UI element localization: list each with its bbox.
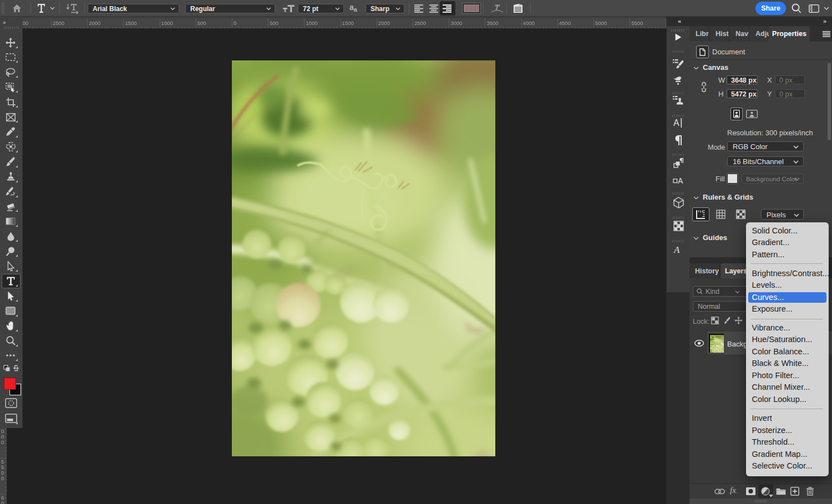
svg-text:A: A xyxy=(673,118,679,128)
svg-text:A: A xyxy=(678,176,683,185)
svg-text:A: A xyxy=(673,245,680,254)
